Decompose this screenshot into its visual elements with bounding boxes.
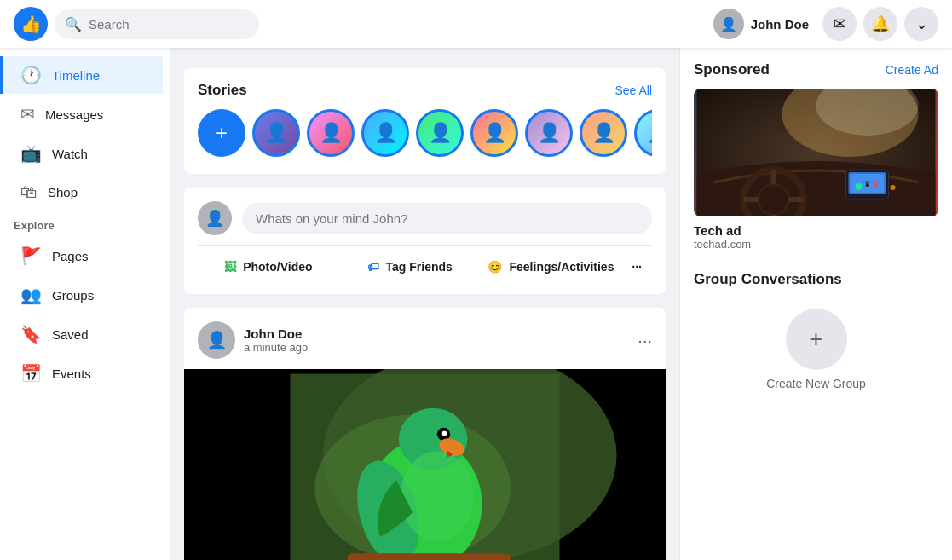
- group-conversations-title: Group Conversations: [694, 271, 938, 288]
- clock-icon: 🕐: [20, 65, 42, 85]
- divider: [198, 245, 652, 246]
- create-new-group-button[interactable]: + Create New Group: [694, 309, 938, 390]
- list-item[interactable]: 👤: [361, 109, 409, 157]
- user-profile-button[interactable]: 👤 John Doe: [707, 5, 816, 43]
- stories-list: + 👤 👤 👤 👤 👤: [198, 109, 652, 160]
- list-item[interactable]: 👤: [252, 109, 300, 157]
- list-item[interactable]: 👤: [525, 109, 573, 157]
- post-more-button[interactable]: ···: [638, 331, 652, 350]
- stories-title: Stories: [198, 82, 247, 99]
- topnav-right-section: 👤 John Doe ✉ 🔔 ⌄: [707, 5, 938, 43]
- avatar: 👤: [713, 9, 744, 39]
- post-image-container: [184, 369, 666, 560]
- messages-button[interactable]: ✉: [822, 7, 857, 41]
- list-item[interactable]: 👤: [580, 109, 627, 157]
- ad-image-svg: 📱: [694, 89, 938, 216]
- mail-icon: ✉: [20, 104, 35, 124]
- svg-point-28: [891, 185, 896, 190]
- svg-rect-11: [348, 553, 511, 560]
- notifications-button[interactable]: 🔔: [863, 7, 897, 41]
- ad-image[interactable]: 📱: [694, 89, 938, 216]
- create-ad-link[interactable]: Create Ad: [886, 63, 938, 77]
- messages-icon: ✉: [834, 14, 846, 33]
- sidebar-item-messages[interactable]: ✉ Messages: [7, 95, 163, 133]
- story-avatar: 👤: [634, 109, 652, 157]
- main-content: Stories See All + 👤 👤: [170, 48, 679, 560]
- post-timestamp: a minute ago: [244, 341, 308, 354]
- plus-icon: +: [809, 326, 822, 353]
- list-item[interactable]: 👤: [416, 109, 464, 157]
- svg-text:📱: 📱: [864, 181, 871, 188]
- story-avatar: 👤: [361, 109, 409, 157]
- create-group-circle[interactable]: +: [786, 309, 847, 370]
- sidebar-item-watch[interactable]: 📺 Watch: [7, 135, 163, 172]
- see-all-link[interactable]: See All: [614, 84, 652, 97]
- composer-avatar: 👤: [198, 201, 232, 235]
- story-add-item[interactable]: +: [198, 109, 245, 157]
- post-composer: 👤 🖼 Photo/Video 🏷 Tag Friends 😊: [184, 188, 666, 294]
- post-image: [184, 369, 666, 560]
- photo-video-button[interactable]: 🖼 Photo/Video: [198, 253, 339, 280]
- sidebar-label-groups: Groups: [52, 288, 94, 303]
- story-avatar: 👤: [416, 109, 464, 157]
- emoji-icon: 😊: [488, 260, 502, 274]
- feelings-label: Feelings/Activities: [509, 260, 614, 274]
- post-header: 👤 John Doe a minute ago ···: [184, 308, 666, 369]
- tag-friends-label: Tag Friends: [386, 260, 453, 274]
- post-author-avatar: 👤: [198, 321, 235, 359]
- sponsored-header: Sponsored Create Ad: [694, 61, 938, 78]
- sponsored-title: Sponsored: [694, 61, 770, 78]
- sidebar: 🕐 Timeline ✉ Messages 📺 Watch 🛍 Shop Exp…: [0, 48, 170, 560]
- sidebar-item-shop[interactable]: 🛍 Shop: [7, 174, 163, 211]
- group-icon: 👥: [20, 285, 42, 305]
- sidebar-label-saved: Saved: [52, 327, 89, 342]
- feelings-button[interactable]: 😊 Feelings/Activities: [481, 253, 622, 280]
- bookmark-icon: 🔖: [20, 324, 42, 344]
- tag-friends-button[interactable]: 🏷 Tag Friends: [339, 253, 481, 280]
- search-input[interactable]: [89, 17, 249, 32]
- right-panel: Sponsored Create Ad: [679, 48, 952, 560]
- sidebar-item-groups[interactable]: 👥 Groups: [7, 276, 163, 314]
- list-item[interactable]: 👤: [307, 109, 355, 157]
- sidebar-item-saved[interactable]: 🔖 Saved: [7, 315, 163, 353]
- sidebar-label-pages: Pages: [52, 249, 89, 263]
- sidebar-label-events: Events: [52, 367, 91, 381]
- page-layout: 🕐 Timeline ✉ Messages 📺 Watch 🛍 Shop Exp…: [0, 0, 952, 560]
- flag-icon: 🚩: [20, 245, 42, 266]
- app-logo[interactable]: 👍: [14, 7, 48, 41]
- photo-icon: 🖼: [224, 260, 236, 274]
- ad-domain: techad.com: [694, 238, 938, 251]
- chevron-down-icon: ⌄: [915, 14, 928, 33]
- top-navigation: 👍 🔍 👤 John Doe ✉ 🔔 ⌄: [0, 0, 952, 48]
- list-item[interactable]: 👤: [470, 109, 518, 157]
- stories-header: Stories See All: [198, 82, 652, 99]
- ad-name: Tech ad: [694, 223, 938, 238]
- post-card: 👤 John Doe a minute ago ···: [184, 308, 666, 560]
- story-avatar: 👤: [307, 109, 355, 157]
- tag-icon: 🏷: [367, 260, 379, 274]
- svg-point-17: [759, 184, 789, 215]
- more-actions-button[interactable]: ···: [621, 253, 652, 280]
- list-item[interactable]: 👤: [634, 109, 652, 157]
- story-avatar: 👤: [470, 109, 518, 157]
- post-author-name: John Doe: [244, 326, 308, 341]
- composer-actions-row: 🖼 Photo/Video 🏷 Tag Friends 😊 Feelings/A…: [198, 253, 652, 280]
- user-name-label: John Doe: [751, 17, 809, 32]
- sidebar-label-timeline: Timeline: [52, 68, 100, 83]
- profile-menu-button[interactable]: ⌄: [904, 7, 938, 41]
- calendar-icon: 📅: [20, 363, 42, 384]
- tv-icon: 📺: [20, 143, 42, 164]
- sponsored-section: Sponsored Create Ad: [694, 61, 938, 251]
- sidebar-item-events[interactable]: 📅 Events: [7, 355, 163, 392]
- sidebar-label-messages: Messages: [45, 107, 103, 122]
- composer-top-row: 👤: [198, 201, 652, 235]
- composer-input[interactable]: [242, 203, 652, 234]
- add-story-button[interactable]: +: [198, 109, 245, 157]
- svg-point-27: [874, 182, 879, 187]
- svg-point-7: [401, 451, 474, 540]
- search-bar[interactable]: 🔍: [55, 9, 259, 39]
- sidebar-item-timeline[interactable]: 🕐 Timeline: [0, 56, 163, 94]
- create-group-label: Create New Group: [766, 377, 866, 390]
- stories-section: Stories See All + 👤 👤: [184, 68, 666, 174]
- sidebar-item-pages[interactable]: 🚩 Pages: [7, 237, 163, 274]
